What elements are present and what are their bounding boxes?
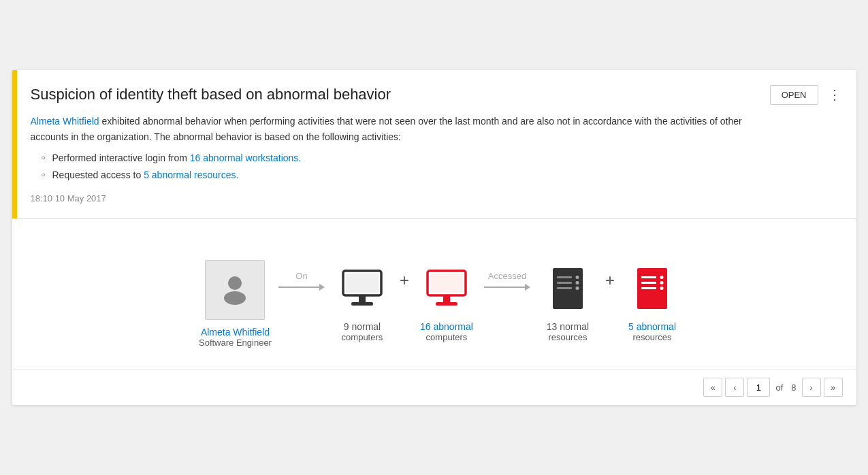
svg-point-1 (224, 291, 246, 305)
svg-rect-4 (359, 295, 366, 302)
user-node: Almeta Whitfield Software Engineer (199, 241, 272, 348)
accessed-arrow (484, 284, 530, 291)
alert-timestamp: 18:10 10 May 2017 (31, 193, 754, 203)
of-label: of (775, 382, 783, 393)
pagination: « ‹ 1 of 8 › » (12, 369, 856, 405)
more-options-button[interactable]: ⋮ (824, 85, 846, 104)
abnormal-resource-icon[interactable] (634, 265, 670, 314)
svg-rect-5 (351, 302, 373, 306)
prev-page-button[interactable]: ‹ (725, 378, 744, 397)
open-button[interactable]: OPEN (770, 85, 818, 105)
svg-point-15 (575, 281, 579, 284)
plus-2: + (598, 271, 622, 317)
bullet-2-before: Requested access to (52, 169, 144, 180)
svg-point-23 (660, 286, 663, 290)
svg-rect-7 (430, 274, 463, 293)
svg-rect-9 (436, 302, 457, 306)
svg-point-21 (660, 276, 663, 279)
normal-computer-icon[interactable] (339, 265, 385, 314)
user-role: Software Engineer (199, 338, 272, 348)
normal-resource-icon[interactable] (550, 265, 585, 314)
alert-content: Suspicion of identity theft based on abn… (17, 70, 770, 219)
description-text: exhibited abnormal behavior when perform… (31, 116, 742, 142)
bullet-list: Performed interactive login from 16 abno… (42, 150, 754, 184)
normal-computers-type: computers (342, 332, 383, 342)
abnormal-resources-node: 5 abnormal resources (622, 246, 683, 342)
svg-rect-11 (557, 276, 572, 278)
svg-rect-18 (641, 276, 656, 278)
abnormal-computers-node: 16 abnormal computers (416, 246, 477, 342)
abnormal-computers-count[interactable]: 16 abnormal (420, 321, 473, 332)
alert-description: Almeta Whitfield exhibited abnormal beha… (31, 114, 754, 184)
on-arrow (278, 284, 325, 291)
svg-rect-20 (641, 287, 656, 289)
plus-1: + (393, 271, 416, 317)
svg-point-0 (228, 276, 242, 290)
alert-actions: OPEN ⋮ (770, 70, 856, 219)
normal-computers-node: 9 normal computers (332, 246, 393, 342)
svg-point-14 (575, 276, 579, 279)
bullet-item-2: Requested access to 5 abnormal resources… (42, 167, 754, 184)
svg-point-22 (660, 281, 663, 284)
user-avatar-icon (217, 271, 253, 309)
total-pages: 8 (791, 382, 796, 393)
svg-rect-13 (557, 287, 572, 289)
last-page-button[interactable]: » (824, 378, 843, 397)
avatar (205, 260, 265, 320)
current-page-input[interactable]: 1 (747, 378, 770, 397)
svg-rect-19 (641, 282, 656, 284)
workstations-link[interactable]: 16 abnormal workstations. (190, 152, 301, 163)
accessed-connector: Accessed (477, 271, 537, 318)
on-label: On (295, 271, 307, 281)
normal-resources-node: 13 normal resources (537, 246, 598, 342)
main-card: Suspicion of identity theft based on abn… (12, 70, 856, 406)
svg-rect-3 (346, 274, 379, 293)
first-page-button[interactable]: « (703, 378, 722, 397)
svg-rect-8 (443, 295, 450, 302)
abnormal-resources-type: resources (632, 332, 671, 342)
normal-computers-count: 9 normal (344, 321, 381, 332)
alert-title: Suspicion of identity theft based on abn… (31, 85, 754, 105)
alert-section: Suspicion of identity theft based on abn… (12, 70, 856, 220)
abnormal-resources-count[interactable]: 5 abnormal (628, 321, 676, 332)
on-connector: On (272, 271, 332, 318)
normal-resources-count: 13 normal (547, 321, 589, 332)
svg-point-16 (575, 286, 579, 290)
resources-link[interactable]: 5 abnormal resources. (144, 169, 238, 180)
severity-bar (12, 70, 17, 219)
user-link[interactable]: Almeta Whitfield (31, 116, 99, 127)
bullet-item-1: Performed interactive login from 16 abno… (42, 150, 754, 167)
user-name[interactable]: Almeta Whitfield (201, 327, 270, 338)
abnormal-computer-icon[interactable] (423, 265, 470, 314)
next-page-button[interactable]: › (802, 378, 821, 397)
abnormal-computers-type: computers (426, 332, 468, 342)
diagram-section: Almeta Whitfield Software Engineer On (12, 219, 856, 369)
accessed-label: Accessed (488, 271, 526, 281)
diagram-flow: Almeta Whitfield Software Engineer On (199, 241, 683, 348)
bullet-1-before: Performed interactive login from (52, 152, 190, 163)
normal-resources-type: resources (548, 332, 587, 342)
svg-rect-12 (557, 282, 572, 284)
